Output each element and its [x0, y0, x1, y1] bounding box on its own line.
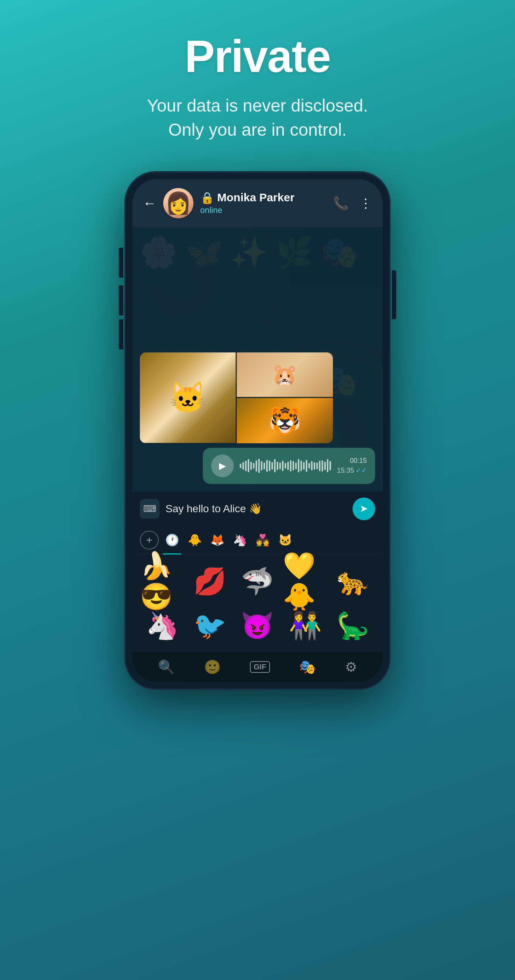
- voice-time: 15:35 ✓✓: [337, 466, 367, 474]
- recent-tab[interactable]: 🕐: [163, 531, 181, 550]
- sticker-icon-bottom[interactable]: 🎭: [299, 659, 316, 675]
- gif-button[interactable]: GIF: [250, 661, 270, 673]
- header-icons: 📞 ⋮: [333, 196, 372, 211]
- hero-subtitle: Your data is never disclosed. Only you a…: [147, 94, 368, 142]
- phone-frame: ← 🔒 Monika Parker online 📞 ⋮: [126, 172, 389, 689]
- sticker-tab-5[interactable]: 🐱: [276, 531, 295, 550]
- input-area: ⌨ Say hello to Alice 👋 ➤: [132, 492, 383, 526]
- sticker-tab-2[interactable]: 🦊: [208, 531, 226, 550]
- hamster-image[interactable]: [237, 352, 333, 397]
- back-button[interactable]: ←: [143, 195, 156, 211]
- settings-icon-bottom[interactable]: ⚙: [345, 659, 357, 675]
- sticker-monster[interactable]: 😈: [235, 605, 280, 646]
- voice-waveform: [240, 458, 331, 473]
- send-button[interactable]: ➤: [352, 498, 375, 520]
- keyboard-icon: ⌨: [143, 504, 156, 514]
- sticker-panel: + 🕐 🐥 🦊 🦄 💑 🐱 🍌😎 💋 🦈 💛🐥 🐆 🦄 🐦: [132, 526, 383, 652]
- send-icon: ➤: [360, 503, 368, 514]
- sticker-tab-1[interactable]: 🐥: [185, 531, 204, 550]
- phone-mockup: ← 🔒 Monika Parker online 📞 ⋮: [126, 172, 389, 888]
- sticker-tab-4[interactable]: 💑: [253, 531, 272, 550]
- sticker-shark[interactable]: 🦈: [235, 560, 280, 602]
- messages-area: ▶ 00:15 15:35 ✓✓: [132, 345, 383, 492]
- play-button[interactable]: ▶: [211, 455, 234, 477]
- chat-header: ← 🔒 Monika Parker online 📞 ⋮: [132, 179, 383, 227]
- sticker-couple[interactable]: 👫: [283, 605, 327, 646]
- cat-image[interactable]: [140, 352, 236, 443]
- voice-message: ▶ 00:15 15:35 ✓✓: [203, 448, 375, 484]
- sticker-grid: 🍌😎 💋 🦈 💛🐥 🐆 🦄 🐦 😈 👫 🦕: [132, 554, 383, 652]
- image-message: [140, 352, 333, 443]
- sticker-bird[interactable]: 🐦: [187, 605, 232, 646]
- sticker-kiss[interactable]: 💋: [187, 560, 232, 602]
- sticker-leopard[interactable]: 🐆: [331, 560, 375, 602]
- contact-name: 🔒 Monika Parker: [200, 191, 326, 204]
- menu-button[interactable]: ⋮: [359, 196, 372, 211]
- emoji-icon-bottom[interactable]: 🙂: [204, 659, 221, 675]
- sticker-unicorn[interactable]: 🦄: [140, 605, 184, 646]
- bottom-bar: 🔍 🙂 GIF 🎭 ⚙: [132, 652, 383, 682]
- search-icon-bottom[interactable]: 🔍: [158, 659, 175, 675]
- read-ticks: ✓✓: [356, 466, 367, 474]
- sticker-tab-3[interactable]: 🦄: [230, 531, 249, 550]
- phone-screen: ← 🔒 Monika Parker online 📞 ⋮: [132, 179, 383, 682]
- call-button[interactable]: 📞: [333, 196, 349, 211]
- sticker-duck[interactable]: 💛🐥: [283, 560, 327, 602]
- tiger-image[interactable]: [237, 398, 333, 443]
- message-input[interactable]: Say hello to Alice 👋: [166, 503, 346, 515]
- page-title: Private: [185, 30, 330, 82]
- contact-info: 🔒 Monika Parker online: [200, 191, 326, 215]
- contact-status: online: [200, 205, 326, 215]
- avatar: [163, 188, 193, 218]
- lock-icon: 🔒: [200, 191, 214, 204]
- sticker-banana[interactable]: 🍌😎: [140, 560, 184, 602]
- voice-duration: 00:15: [350, 457, 367, 465]
- voice-meta: 00:15 15:35 ✓✓: [337, 457, 367, 474]
- chat-body: 🌸🦋✨🌿🎭 🌸🦋🌿✨🎭 ▶ 0: [132, 227, 383, 492]
- sticker-dino[interactable]: 🦕: [331, 605, 375, 646]
- gif-label: GIF: [250, 661, 270, 673]
- keyboard-toggle[interactable]: ⌨: [140, 499, 159, 519]
- add-sticker-tab[interactable]: +: [140, 531, 159, 550]
